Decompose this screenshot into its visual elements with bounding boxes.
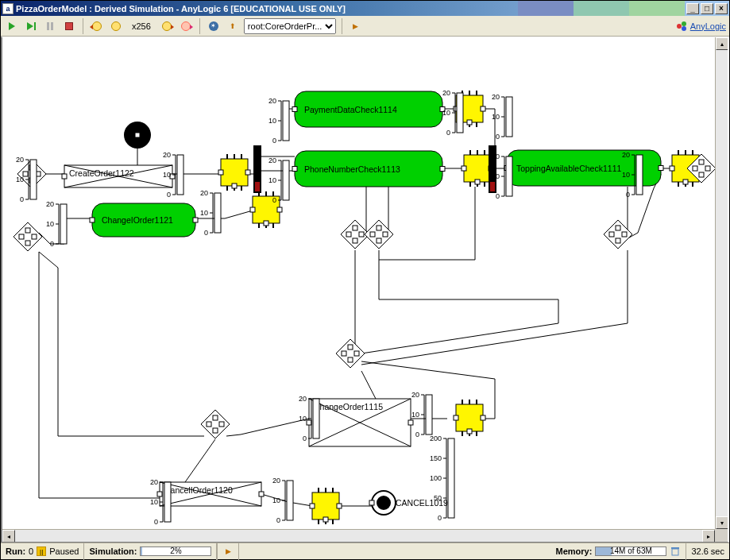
sim-progressbar: 2% (140, 546, 211, 556)
svg-text:10: 10 (163, 171, 171, 179)
svg-text:20: 20 (200, 189, 208, 197)
scroll-up-button[interactable]: ▴ (716, 37, 728, 50)
svg-text:200: 200 (430, 434, 442, 442)
svg-text:10: 10 (622, 171, 630, 179)
svg-rect-111 (337, 504, 342, 508)
svg-rect-132 (348, 357, 353, 362)
svg-rect-103 (312, 492, 339, 519)
scroll-down-button[interactable]: ▾ (716, 516, 728, 529)
svg-rect-124 (353, 238, 357, 243)
svg-rect-120 (25, 241, 30, 245)
svg-rect-116 (490, 182, 495, 191)
titlebar[interactable]: a PizzaOrderModel : Derived Simulation -… (1, 1, 729, 16)
svg-text:0: 0 (496, 192, 500, 200)
maximize-button[interactable]: □ (701, 3, 713, 14)
svg-text:20: 20 (272, 477, 280, 485)
svg-point-0 (677, 24, 682, 29)
svg-rect-260 (287, 481, 293, 520)
svg-rect-114 (255, 182, 260, 191)
scroll-left-button[interactable]: ◂ (2, 530, 15, 543)
stop-button[interactable] (61, 18, 77, 34)
svg-rect-101 (481, 415, 485, 420)
svg-text:10: 10 (16, 176, 24, 183)
nav-step-button[interactable]: ▶ (348, 18, 364, 34)
svg-rect-131 (348, 345, 353, 350)
svg-rect-125 (370, 232, 375, 237)
svg-rect-60 (250, 207, 255, 212)
svg-rect-236 (164, 482, 171, 522)
anylogic-link[interactable]: AnyLogic (690, 21, 726, 31)
speed-up-button[interactable] (159, 18, 175, 34)
svg-rect-52 (232, 183, 237, 188)
svg-text:0: 0 (446, 129, 450, 137)
vertical-scrollbar[interactable]: ▴ ▾ (715, 37, 728, 529)
run-button[interactable] (4, 18, 20, 34)
pause-button[interactable] (42, 18, 58, 34)
diagram-svg: CreateOrder1122ChangeIOrder1121PaymentDa… (2, 37, 717, 543)
gc-button[interactable] (670, 546, 681, 557)
svg-rect-72 (467, 120, 472, 125)
svg-rect-148 (699, 172, 704, 177)
svg-rect-196 (283, 160, 289, 200)
svg-text:50: 50 (434, 494, 442, 502)
svg-rect-136 (213, 428, 218, 433)
svg-text:20: 20 (16, 156, 24, 164)
sep-3 (342, 18, 342, 34)
mem-progressbar: 14M of 63M (595, 546, 666, 556)
nav-select[interactable]: root:CoreOrderPr... (244, 18, 336, 34)
app-window: a PizzaOrderModel : Derived Simulation -… (0, 0, 730, 560)
node-gate_mid2 (365, 220, 393, 249)
svg-rect-43 (221, 159, 248, 186)
svg-text:10: 10 (272, 496, 280, 504)
svg-rect-172 (177, 155, 183, 195)
svg-text:0: 0 (20, 195, 24, 203)
svg-rect-36 (259, 492, 264, 496)
svg-rect-139 (616, 226, 620, 230)
svg-rect-147 (699, 160, 704, 164)
horizontal-scrollbar[interactable]: ◂ ▸ (2, 529, 715, 542)
svg-text:0: 0 (204, 229, 208, 237)
svg-text:10: 10 (492, 172, 500, 180)
mem-label: Memory: (556, 546, 593, 556)
minimize-button[interactable]: _ (686, 3, 699, 14)
svg-rect-15 (292, 107, 297, 112)
svg-text:10: 10 (150, 498, 158, 506)
step-play-icon: ▶ (222, 546, 234, 557)
svg-text:10: 10 (299, 415, 307, 423)
svg-text:20: 20 (163, 151, 171, 159)
settings-button[interactable]: ✶ (206, 18, 222, 34)
svg-rect-228 (636, 155, 643, 195)
statusbar: Run: 0 || Paused Simulation: 2% ▶ Memory… (1, 543, 729, 559)
step-cell[interactable]: ▶ (217, 543, 239, 560)
svg-text:0: 0 (276, 516, 280, 524)
close-button[interactable]: × (715, 3, 728, 14)
svg-text:CreateOrder1122: CreateOrder1122 (69, 168, 134, 178)
svg-rect-7 (62, 174, 67, 179)
virtual-time-button[interactable] (178, 18, 194, 34)
svg-rect-146 (705, 166, 710, 171)
sep-1 (83, 18, 83, 34)
svg-rect-80 (462, 166, 466, 171)
svg-rect-140 (616, 238, 620, 243)
run-status-cell: Run: 0 || Paused (1, 543, 84, 560)
slow-down-button[interactable] (89, 18, 105, 34)
svg-text:0: 0 (626, 191, 630, 199)
svg-rect-93 (456, 404, 483, 431)
svg-rect-71 (481, 106, 485, 111)
realtime-button[interactable] (108, 18, 124, 34)
run-value: 0 (29, 546, 33, 556)
svg-text:10: 10 (411, 411, 419, 419)
svg-rect-24 (659, 166, 663, 171)
step-button[interactable] (23, 18, 39, 34)
svg-point-38 (377, 496, 391, 510)
svg-text:20: 20 (150, 478, 158, 486)
svg-text:CancelIOrder1120: CancelIOrder1120 (164, 485, 233, 495)
svg-rect-252 (426, 395, 432, 434)
toolbar: x256 ✶ ⬆ root:CoreOrderPr... ▶ AnyLogic (1, 16, 729, 37)
node-gate_low (201, 410, 230, 438)
model-canvas[interactable]: CreateOrder1122ChangeIOrder1121PaymentDa… (1, 37, 729, 543)
nav-up-button[interactable]: ⬆ (225, 18, 241, 34)
svg-rect-29 (307, 420, 311, 425)
title-band-1 (518, 1, 574, 16)
scroll-right-button[interactable]: ▸ (702, 530, 715, 543)
